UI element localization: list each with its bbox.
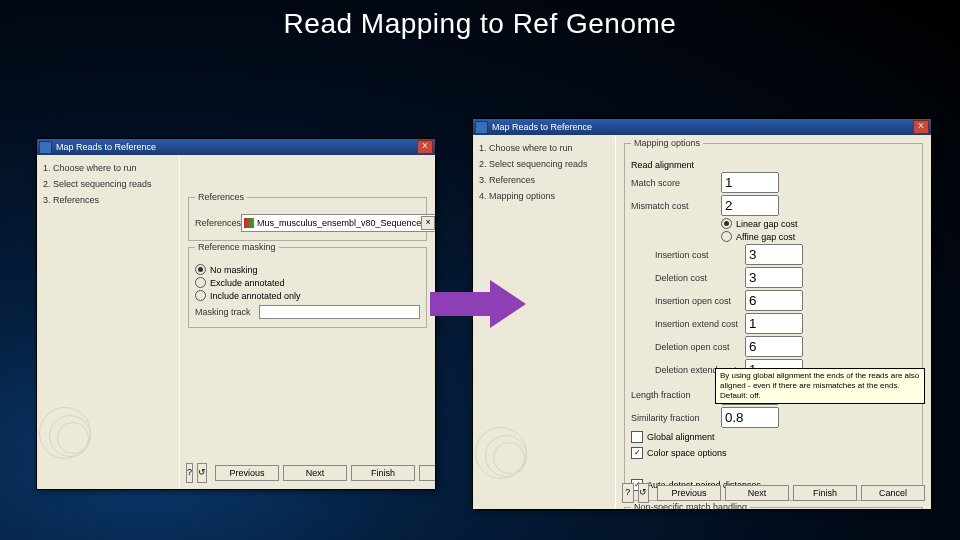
match-score-field[interactable]: [721, 172, 779, 193]
titlebar: Map Reads to Reference X: [473, 119, 931, 135]
radio-exclude[interactable]: Exclude annotated: [195, 277, 420, 288]
radio-affine-gap[interactable]: Affine gap cost: [721, 231, 916, 242]
wizard-step: 1. Choose where to run: [479, 143, 609, 153]
mismatch-cost-field[interactable]: [721, 195, 779, 216]
panel-references: References References Mus_musculus_ensem…: [180, 155, 435, 489]
radio-label: Exclude annotated: [210, 278, 285, 288]
insertion-extend-field[interactable]: [745, 313, 803, 334]
arrow-icon: [430, 280, 530, 328]
track-icon: [244, 218, 254, 228]
wizard-step: 4. Mapping options: [479, 191, 609, 201]
wizard-step: 3. References: [479, 175, 609, 185]
tooltip: By using global alignment the ends of th…: [715, 368, 925, 404]
cancel-button[interactable]: Cancel: [419, 465, 435, 481]
panel-mapping: Mapping options Read alignment Match sco…: [616, 135, 931, 509]
field-label: Deletion cost: [655, 273, 745, 283]
masking-track-label: Masking track: [195, 307, 259, 317]
reset-button[interactable]: ↺: [638, 483, 650, 503]
previous-button[interactable]: Previous: [215, 465, 279, 481]
radio-label: Include annotated only: [210, 291, 301, 301]
app-icon: [475, 121, 488, 134]
finish-button[interactable]: Finish: [351, 465, 415, 481]
app-icon: [39, 141, 52, 154]
wizard-steps: 1. Choose where to run 2. Select sequenc…: [37, 155, 180, 489]
slide-title: Read Mapping to Ref Genome: [0, 0, 960, 40]
group-legend: Non-specific match handling: [631, 502, 750, 509]
checkbox-label: Global alignment: [647, 432, 715, 442]
radio-label: Linear gap cost: [736, 219, 798, 229]
field-label: Match score: [631, 178, 721, 188]
close-icon[interactable]: X: [913, 120, 929, 134]
global-alignment-checkbox[interactable]: Global alignment: [631, 431, 916, 443]
next-button[interactable]: Next: [725, 485, 789, 501]
next-button[interactable]: Next: [283, 465, 347, 481]
help-button[interactable]: ?: [622, 483, 634, 503]
watermark: [39, 407, 99, 467]
radio-label: No masking: [210, 265, 258, 275]
field-label: Insertion cost: [655, 250, 745, 260]
similarity-fraction-field[interactable]: [721, 407, 779, 428]
radio-label: Affine gap cost: [736, 232, 795, 242]
references-field[interactable]: Mus_musculus_ensembl_v80_Sequence ×: [241, 214, 435, 232]
remove-ref-button[interactable]: ×: [421, 216, 435, 230]
dialog-title: Map Reads to Reference: [56, 142, 156, 152]
field-label: Similarity fraction: [631, 413, 721, 423]
titlebar: Map Reads to Reference X: [37, 139, 435, 155]
cancel-button[interactable]: Cancel: [861, 485, 925, 501]
field-label: Deletion open cost: [655, 342, 745, 352]
dialog-title: Map Reads to Reference: [492, 122, 592, 132]
dialog-mapping-options: Map Reads to Reference X 1. Choose where…: [472, 118, 932, 510]
wizard-step: 2. Select sequencing reads: [43, 179, 173, 189]
masking-track-field[interactable]: [259, 305, 420, 319]
checkbox-label: Color space options: [647, 448, 727, 458]
wizard-step: 2. Select sequencing reads: [479, 159, 609, 169]
field-label: Insertion extend cost: [655, 319, 745, 329]
color-space-checkbox[interactable]: ✓Color space options: [631, 447, 916, 459]
group-legend: Reference masking: [195, 242, 279, 252]
previous-button[interactable]: Previous: [657, 485, 721, 501]
deletion-cost-field[interactable]: [745, 267, 803, 288]
references-label: References: [195, 218, 241, 228]
radio-no-masking[interactable]: No masking: [195, 264, 420, 275]
close-icon[interactable]: X: [417, 140, 433, 154]
field-label: Length fraction: [631, 390, 721, 400]
watermark: [475, 427, 535, 487]
group-legend: Mapping options: [631, 138, 703, 148]
radio-include[interactable]: Include annotated only: [195, 290, 420, 301]
wizard-step: 1. Choose where to run: [43, 163, 173, 173]
read-alignment-label: Read alignment: [631, 160, 694, 170]
insertion-open-field[interactable]: [745, 290, 803, 311]
deletion-open-field[interactable]: [745, 336, 803, 357]
field-label: Mismatch cost: [631, 201, 721, 211]
help-button[interactable]: ?: [186, 463, 193, 483]
dialog-references: Map Reads to Reference X 1. Choose where…: [36, 138, 436, 490]
field-label: Insertion open cost: [655, 296, 745, 306]
finish-button[interactable]: Finish: [793, 485, 857, 501]
group-legend: References: [195, 192, 247, 202]
references-value: Mus_musculus_ensembl_v80_Sequence: [257, 218, 421, 228]
insertion-cost-field[interactable]: [745, 244, 803, 265]
radio-linear-gap[interactable]: Linear gap cost: [721, 218, 916, 229]
reset-button[interactable]: ↺: [197, 463, 207, 483]
wizard-step: 3. References: [43, 195, 173, 205]
